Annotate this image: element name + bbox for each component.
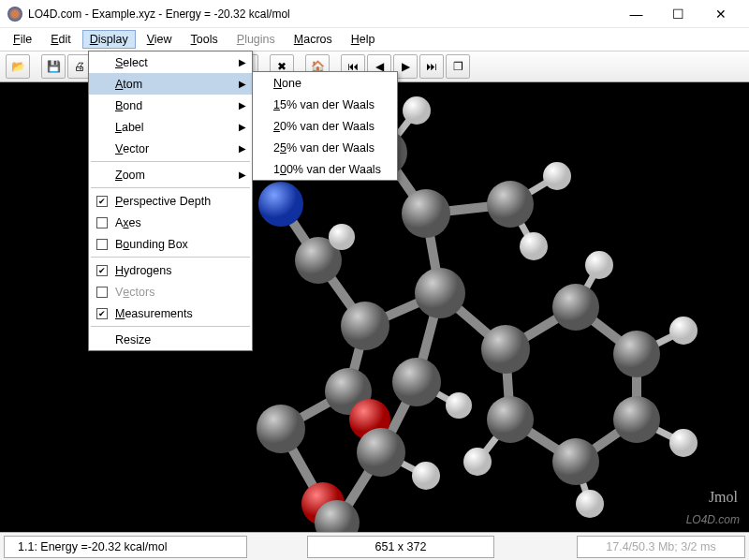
menu-item-bounding-box[interactable]: Bounding Box xyxy=(89,233,252,255)
menubar: FileEditDisplayViewToolsPluginsMacrosHel… xyxy=(0,28,749,51)
status-energy-value: -20.32 kcal/mol xyxy=(88,540,168,553)
svg-point-42 xyxy=(415,268,465,318)
chevron-right-icon: ▶ xyxy=(239,122,246,132)
chevron-right-icon: ▶ xyxy=(239,100,246,111)
display-menu[interactable]: Select▶Atom▶Bond▶Label▶Vector▶Zoom▶✔Pers… xyxy=(88,51,253,351)
svg-point-34 xyxy=(341,302,389,350)
svg-point-59 xyxy=(403,96,431,125)
menu-item-resize[interactable]: Resize xyxy=(89,329,252,350)
status-energy-label: 1.1: Energy = xyxy=(18,540,88,553)
svg-point-53 xyxy=(669,317,698,345)
chevron-right-icon: ▶ xyxy=(239,143,246,154)
svg-point-55 xyxy=(576,490,604,518)
svg-point-63 xyxy=(412,462,440,490)
app-icon xyxy=(7,7,22,22)
svg-point-46 xyxy=(481,325,530,374)
menu-item-measurements[interactable]: ✔Measurements xyxy=(89,302,252,324)
titlebar: LO4D.com - Example.xyz - Energy = -20.32… xyxy=(0,0,749,28)
menu-item-perspective-depth[interactable]: ✔Perspective Depth xyxy=(89,190,252,212)
status-memory: 17.4/50.3 Mb; 3/2 ms xyxy=(577,536,745,558)
submenu-item-atom-15[interactable]: 15% van der Waals xyxy=(253,94,397,115)
status-dimensions: 651 x 372 xyxy=(307,536,494,558)
menu-item-axes[interactable]: Axes xyxy=(89,212,252,233)
menu-item-atom[interactable]: Atom▶ xyxy=(89,73,252,95)
svg-point-57 xyxy=(543,162,571,190)
svg-point-41 xyxy=(392,358,441,406)
menu-plugins: Plugins xyxy=(229,30,283,49)
frames-icon[interactable]: ❐ xyxy=(446,54,470,79)
chevron-right-icon: ▶ xyxy=(239,169,246,180)
close-button[interactable]: ✕ xyxy=(699,0,742,28)
submenu-item-atom-20[interactable]: 20% van der Waals xyxy=(253,115,397,137)
menu-item-bond[interactable]: Bond▶ xyxy=(89,95,252,116)
jmol-watermark: Jmol xyxy=(709,489,738,506)
svg-point-48 xyxy=(613,331,660,377)
checkbox-icon: ✔ xyxy=(96,265,108,276)
chevron-right-icon: ▶ xyxy=(239,79,246,89)
submenu-item-atom-none[interactable]: None xyxy=(253,72,397,94)
chevron-right-icon: ▶ xyxy=(239,57,246,67)
checkbox-icon: ✔ xyxy=(96,308,108,319)
checkbox-icon xyxy=(96,239,108,250)
svg-point-54 xyxy=(669,429,698,457)
svg-point-62 xyxy=(446,392,472,419)
svg-point-58 xyxy=(520,232,548,260)
svg-point-49 xyxy=(613,396,660,443)
svg-point-61 xyxy=(329,224,355,250)
minimize-button[interactable]: — xyxy=(615,0,657,28)
svg-point-52 xyxy=(585,251,613,279)
submenu-item-atom-100[interactable]: 100% van der Waals xyxy=(253,158,397,180)
menu-edit[interactable]: Edit xyxy=(43,30,79,49)
save-icon[interactable]: 💾 xyxy=(41,54,66,79)
svg-point-36 xyxy=(257,405,305,453)
svg-point-43 xyxy=(402,189,450,238)
open-icon[interactable]: 📂 xyxy=(6,54,30,79)
checkbox-icon xyxy=(96,217,108,228)
submenu-item-atom-25[interactable]: 25% van der Waals xyxy=(253,137,397,158)
status-memory-text: 17.4/50.3 Mb; 3/2 ms xyxy=(606,540,715,553)
menu-display[interactable]: Display xyxy=(82,30,136,49)
svg-point-56 xyxy=(463,448,492,476)
svg-point-32 xyxy=(258,182,303,227)
menu-item-label[interactable]: Label▶ xyxy=(89,116,252,138)
svg-point-51 xyxy=(487,396,534,443)
menu-item-zoom[interactable]: Zoom▶ xyxy=(89,164,252,185)
checkbox-icon: ✔ xyxy=(96,196,108,207)
menu-item-vectors: Vectors xyxy=(89,281,252,302)
maximize-button[interactable]: ☐ xyxy=(657,0,699,28)
last-icon[interactable]: ⏭ xyxy=(419,54,444,79)
menu-item-vector[interactable]: Vector▶ xyxy=(89,138,252,159)
menu-item-hydrogens[interactable]: ✔Hydrogens xyxy=(89,259,252,281)
menu-file[interactable]: File xyxy=(6,30,39,49)
svg-point-39 xyxy=(357,428,405,477)
menu-item-select[interactable]: Select▶ xyxy=(89,52,252,73)
window-controls: — ☐ ✕ xyxy=(615,0,742,28)
window-title: LO4D.com - Example.xyz - Energy = -20.32… xyxy=(28,7,290,21)
menu-macros[interactable]: Macros xyxy=(286,30,340,49)
atom-submenu[interactable]: None15% van der Waals20% van der Waals25… xyxy=(252,71,398,181)
svg-point-47 xyxy=(552,284,599,331)
statusbar: 1.1: Energy = -20.32 kcal/mol 651 x 372 … xyxy=(0,532,749,560)
menu-help[interactable]: Help xyxy=(344,30,383,49)
svg-point-50 xyxy=(552,438,599,485)
svg-point-45 xyxy=(487,181,534,228)
checkbox-icon xyxy=(96,287,108,298)
status-energy: 1.1: Energy = -20.32 kcal/mol xyxy=(4,536,247,558)
site-watermark: LO4D.com xyxy=(686,513,740,526)
menu-tools[interactable]: Tools xyxy=(184,30,226,49)
menu-view[interactable]: View xyxy=(140,30,180,49)
